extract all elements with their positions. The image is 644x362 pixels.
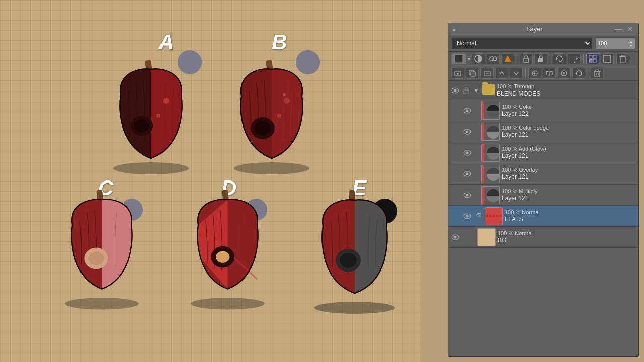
svg-point-68 [466, 130, 469, 133]
svg-rect-39 [604, 55, 611, 62]
visibility-blend-modes[interactable] [450, 85, 460, 96]
visibility-bg[interactable] [450, 232, 460, 242]
svg-point-21 [216, 251, 229, 262]
name-flats: FLATS [505, 216, 636, 224]
svg-rect-42 [621, 55, 624, 57]
svg-point-6 [234, 162, 309, 174]
tool-copy-layer-btn[interactable] [466, 68, 479, 79]
tool-color2-btn[interactable] [501, 53, 514, 64]
visibility-121-ov[interactable] [462, 169, 472, 179]
visibility-121-cd[interactable] [462, 127, 472, 137]
tool-move-up-btn[interactable] [495, 68, 508, 79]
blend-flats: 100 % Normal [505, 209, 636, 216]
tool-new-layer-btn[interactable] [451, 68, 464, 79]
layer-row-121-colordodge[interactable]: 100 % Color dodge Layer 121 [448, 121, 638, 142]
panel-menu-icon[interactable]: ≡ [452, 26, 456, 33]
svg-point-17 [191, 298, 264, 309]
name-121-mu: Layer 121 [502, 195, 636, 203]
svg-rect-36 [593, 55, 596, 58]
tool-flip-btn[interactable] [568, 53, 581, 64]
separator-1 [517, 54, 517, 63]
svg-rect-57 [595, 71, 600, 77]
layer-row-121-multiply[interactable]: 100 % Multiply Layer 121 [448, 185, 638, 206]
info-121-ov: 100 % Overlay Layer 121 [502, 166, 636, 182]
minimize-button[interactable]: — [613, 25, 623, 33]
thumb-blend-modes [482, 84, 495, 97]
tool-half-btn[interactable] [472, 53, 485, 64]
svg-point-12 [283, 93, 286, 96]
svg-point-29 [493, 57, 497, 61]
close-button[interactable]: ✕ [626, 25, 634, 33]
svg-point-10 [284, 98, 290, 104]
tool-move-down-btn[interactable] [510, 68, 523, 79]
thumb-flats [485, 207, 503, 225]
apple-d [179, 181, 277, 312]
visibility-121-mu[interactable] [462, 190, 472, 200]
tool-square-btn[interactable] [601, 53, 614, 64]
separator-2 [550, 54, 550, 63]
blend-122: 100 % Color [502, 103, 636, 110]
tool-grid-btn[interactable] [586, 53, 599, 64]
svg-rect-64 [464, 90, 469, 94]
svg-marker-56 [575, 72, 577, 75]
layer-group-blend-modes[interactable]: ▼ 100 % Through BLEND MODES [448, 81, 638, 100]
layer-row-121-overlay[interactable]: 100 % Overlay Layer 121 [448, 163, 638, 185]
svg-point-0 [113, 162, 189, 174]
link-flats[interactable] [474, 212, 482, 220]
panel-title-bar: ≡ Layer — ✕ [448, 23, 638, 35]
toolbar-row-2 [448, 66, 638, 81]
svg-point-78 [454, 236, 457, 238]
expand-blend-modes[interactable]: ▼ [472, 87, 480, 94]
tool-arrow[interactable]: ▾ [468, 56, 470, 62]
svg-rect-31 [524, 58, 529, 62]
svg-rect-26 [455, 55, 463, 63]
svg-point-70 [466, 151, 469, 154]
visibility-121-add[interactable] [462, 148, 472, 158]
tool-lock2-btn[interactable] [534, 53, 547, 64]
svg-rect-37 [589, 59, 592, 62]
visibility-flats[interactable] [462, 211, 472, 221]
svg-point-9 [255, 121, 271, 135]
svg-marker-30 [504, 55, 511, 62]
lock-blend-modes[interactable] [462, 86, 470, 95]
svg-point-72 [466, 172, 469, 175]
blend-mode-select[interactable]: Normal Multiply Screen Overlay Color Dod… [451, 37, 592, 49]
tool-delete-layer-btn[interactable] [480, 68, 494, 79]
svg-point-76 [466, 215, 469, 217]
blend-121-cd: 100 % Color dodge [502, 124, 636, 131]
thumb-121-add [481, 144, 500, 162]
tool-merge-btn[interactable] [528, 68, 541, 79]
opacity-control[interactable]: 100 ▲ ▼ [595, 37, 635, 49]
toolbar-row-1: ▾ [448, 52, 638, 66]
tool-undo-btn[interactable] [572, 68, 585, 79]
tool-delete2-btn[interactable] [591, 68, 604, 79]
layer-list[interactable]: ▼ 100 % Through BLEND MODES [448, 81, 638, 356]
separator-3 [583, 54, 584, 63]
name-bg: BG [498, 237, 636, 245]
opacity-arrows[interactable]: ▲ ▼ [629, 40, 633, 47]
svg-point-11 [277, 114, 281, 118]
svg-point-55 [563, 72, 565, 74]
blend-bg: 100 % Normal [498, 230, 636, 237]
tool-trash-btn[interactable] [616, 53, 629, 64]
svg-point-74 [466, 194, 469, 196]
separator-4 [525, 69, 526, 78]
name-122: Layer 122 [502, 110, 636, 118]
opacity-value: 100 [598, 40, 607, 46]
layer-row-bg[interactable]: 100 % Normal BG [448, 227, 638, 248]
layer-row-flats[interactable]: 100 % Normal FLATS [448, 206, 638, 227]
name-121-add: Layer 121 [502, 152, 636, 160]
layer-row-121-add[interactable]: 100 % Add (Glow) Layer 121 [448, 142, 638, 163]
svg-point-66 [466, 109, 469, 112]
tool-reference-btn[interactable] [557, 68, 571, 79]
tool-lock-btn[interactable] [520, 53, 533, 64]
tool-channel-btn[interactable] [487, 53, 500, 64]
tool-flatten-btn[interactable] [543, 68, 556, 79]
tool-rotate-btn[interactable] [553, 53, 566, 64]
apple-c [53, 181, 151, 312]
svg-point-3 [134, 119, 149, 132]
visibility-122[interactable] [462, 106, 472, 116]
layer-row-122[interactable]: 100 % Color Layer 122 [448, 100, 638, 121]
tool-color-btn[interactable] [451, 53, 466, 64]
blend-121-ov: 100 % Overlay [502, 166, 636, 173]
